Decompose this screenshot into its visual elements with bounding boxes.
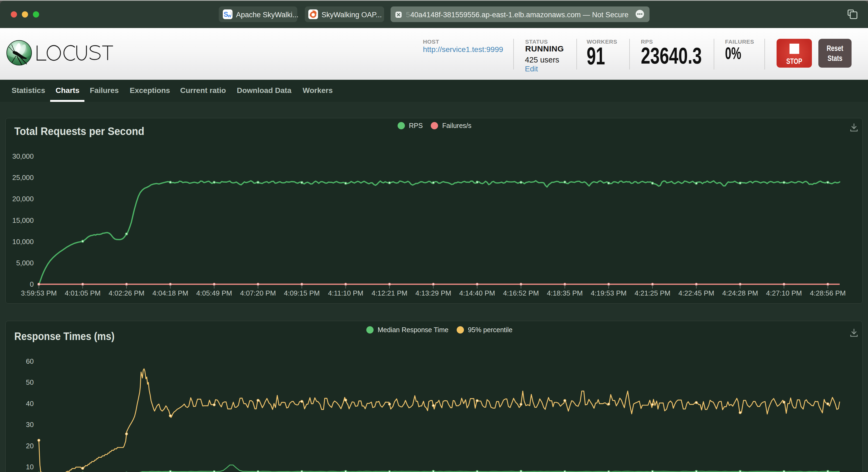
svg-text:5,000: 5,000 [16,259,34,267]
svg-text:4:21:25 PM: 4:21:25 PM [635,289,671,297]
svg-text:10,000: 10,000 [12,238,34,246]
svg-text:4:05:49 PM: 4:05:49 PM [196,289,232,297]
svg-text:15,000: 15,000 [12,216,34,225]
svg-text:4:16:52 PM: 4:16:52 PM [503,289,539,297]
svg-text:3:59:53 PM: 3:59:53 PM [21,289,57,297]
svg-text:w: w [227,13,231,18]
svg-text:10: 10 [26,463,34,471]
svg-text:4:02:26 PM: 4:02:26 PM [109,289,145,297]
svg-text:30: 30 [26,420,34,429]
svg-text:4:11:10 PM: 4:11:10 PM [328,289,363,297]
svg-text:4:12:21 PM: 4:12:21 PM [372,289,408,297]
svg-text:4:01:05 PM: 4:01:05 PM [65,289,101,297]
svg-text:4:19:53 PM: 4:19:53 PM [591,289,627,297]
svg-text:4:04:18 PM: 4:04:18 PM [152,289,188,297]
svg-text:20,000: 20,000 [12,195,34,203]
svg-text:50: 50 [26,378,34,386]
svg-text:0: 0 [30,280,34,288]
svg-text:4:28:56 PM: 4:28:56 PM [810,289,846,297]
svg-text:4:18:35 PM: 4:18:35 PM [547,289,583,297]
svg-text:4:14:40 PM: 4:14:40 PM [459,289,495,297]
svg-text:40: 40 [26,400,34,408]
svg-text:20: 20 [26,442,34,450]
svg-text:4:27:10 PM: 4:27:10 PM [766,289,802,297]
svg-text:25,000: 25,000 [12,173,34,181]
svg-text:4:22:45 PM: 4:22:45 PM [678,289,714,297]
svg-text:4:24:28 PM: 4:24:28 PM [722,289,758,297]
svg-text:4:13:29 PM: 4:13:29 PM [415,289,451,297]
svg-text:30,000: 30,000 [12,152,34,160]
svg-text:4:07:20 PM: 4:07:20 PM [240,289,276,297]
svg-text:4:09:15 PM: 4:09:15 PM [284,289,320,297]
svg-text:60: 60 [26,357,34,365]
